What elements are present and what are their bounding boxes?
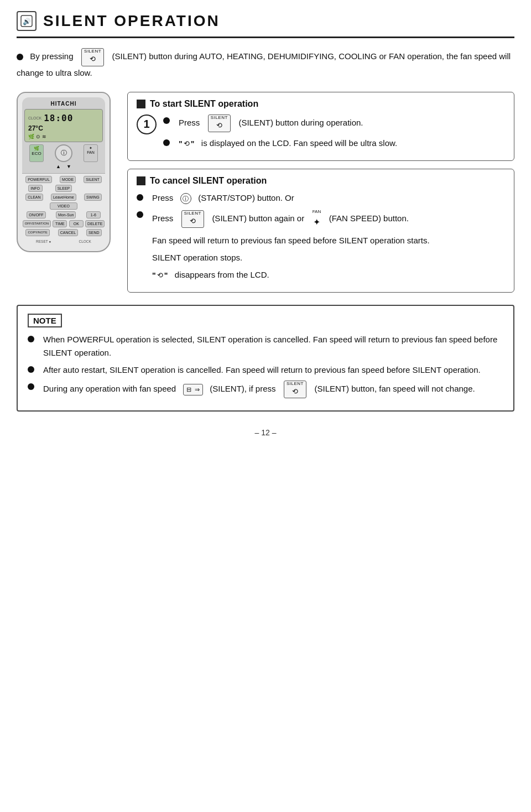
cancel-section-box: To cancel SILENT operation Press ⓘ (STAR… bbox=[127, 169, 514, 293]
powerful-button[interactable]: POWERFUL bbox=[25, 176, 52, 183]
start-item-2-text: " ⟲ " is displayed on the LCD. Fan speed… bbox=[179, 137, 397, 149]
start-item-1-after: (SILENT) button during operation. bbox=[238, 118, 363, 127]
lcd-clock-row: CLOCK 18:00 bbox=[28, 113, 99, 123]
reset-label: RESET ● bbox=[36, 240, 51, 243]
step-1-content: Press SILENT ⟲ (SILENT) button during op… bbox=[163, 114, 505, 154]
cancel-button[interactable]: CANCEL bbox=[58, 229, 78, 236]
note-bullet-2 bbox=[28, 366, 34, 373]
note-item-1-text: When POWERFUL operation is selected, SIL… bbox=[43, 333, 503, 359]
start-bullet-2 bbox=[163, 139, 170, 146]
remote-control: HITACHI CLOCK 18:00 27°C 🌿 ⊙ ≋ bbox=[17, 92, 111, 252]
quoted-icon-cancel: " ⟲ " bbox=[152, 270, 168, 281]
silent-button[interactable]: SILENT bbox=[84, 176, 102, 183]
cancel-section-square bbox=[137, 176, 145, 185]
send-button[interactable]: SEND bbox=[86, 229, 101, 236]
fan-silent-icon-note: ⊟ ⇒ bbox=[183, 384, 203, 395]
silent-btn-1: SILENT ⟲ bbox=[208, 114, 231, 132]
start-section-box: To start SILENT operation 1 Press SILENT… bbox=[127, 92, 514, 161]
fan-button[interactable]: ✦FAN bbox=[84, 144, 98, 162]
remote-row-3: CLEAN LeaveHome SWING bbox=[22, 194, 105, 201]
intro-text-before: By pressing bbox=[30, 51, 73, 61]
remote-row-5: ON/OFF Mon-Sun 1-6 bbox=[22, 211, 105, 218]
lcd-icon-wave: ≋ bbox=[42, 134, 46, 139]
intro-silent-label: SILENT bbox=[84, 49, 101, 54]
start-item-1: Press SILENT ⟲ (SILENT) button during op… bbox=[163, 114, 505, 132]
temp-down-arrow[interactable]: ▼ bbox=[66, 164, 71, 169]
lcd-temp-row: 27°C bbox=[28, 124, 99, 132]
temp-arrows: ▲ ▼ bbox=[24, 164, 103, 169]
cancel-section-header: To cancel SILENT operation bbox=[137, 176, 505, 186]
lcd-temp: 27°C bbox=[28, 124, 43, 132]
start-item-1-text: Press SILENT ⟲ (SILENT) button during op… bbox=[179, 114, 363, 132]
empty-btn-1 bbox=[85, 185, 99, 192]
sleep-button[interactable]: SLEEP bbox=[55, 185, 72, 192]
cancel-item-4-text: SILENT operation stops. bbox=[152, 251, 242, 264]
info-button[interactable]: INFO bbox=[28, 185, 43, 192]
intro-bullet bbox=[17, 54, 23, 60]
lcd-icons-row: 🌿 ⊙ ≋ bbox=[28, 134, 99, 139]
swing-button[interactable]: SWING bbox=[84, 194, 102, 201]
ok-button[interactable]: OK bbox=[69, 220, 84, 227]
clean-button[interactable]: CLEAN bbox=[25, 194, 43, 201]
remote-brand: HITACHI bbox=[24, 101, 103, 107]
silent-icon-1: ⟲ bbox=[216, 120, 222, 131]
silent-btn-cancel: SILENT ⟲ bbox=[181, 210, 204, 228]
note-item-3: During any operation with fan speed ⊟ ⇒ … bbox=[28, 381, 503, 398]
remote-top-panel: HITACHI CLOCK 18:00 27°C 🌿 ⊙ ≋ bbox=[22, 97, 105, 174]
eco-button[interactable]: 🌿ECO bbox=[29, 144, 44, 162]
note-item-2: After auto restart, SILENT operation is … bbox=[28, 363, 503, 376]
cancel-item-5-text: " ⟲ " disappears from the LCD. bbox=[152, 268, 269, 281]
start-section-header: To start SILENT operation bbox=[137, 99, 505, 109]
press-label-1: Press bbox=[179, 118, 200, 127]
cancel-item-4: SILENT operation stops. bbox=[137, 251, 505, 264]
page-header: 🔊 SILENT OPERATION bbox=[17, 11, 514, 38]
remote-control-container: HITACHI CLOCK 18:00 27°C 🌿 ⊙ ≋ bbox=[17, 92, 116, 293]
page-title: SILENT OPERATION bbox=[43, 12, 220, 30]
cancel-section-title: To cancel SILENT operation bbox=[150, 176, 267, 186]
intro-silent-btn: SILENT ⟲ bbox=[81, 48, 104, 66]
fan-speed-btn: FAN ✦ bbox=[313, 209, 321, 229]
start-stop-button[interactable]: ⓘ bbox=[55, 144, 72, 162]
copynote-button[interactable]: COPY/NOTE bbox=[25, 229, 49, 236]
monsun-button[interactable]: Mon-Sun bbox=[56, 211, 76, 218]
temp-up-arrow[interactable]: ▲ bbox=[56, 164, 61, 169]
cancel-item-2-text: Press SILENT ⟲ (SILENT) button again or … bbox=[152, 209, 409, 229]
cancel-item-1-text: Press ⓘ (START/STOP) button. Or bbox=[152, 191, 294, 204]
remote-bottom-labels: RESET ● CLOCK bbox=[22, 240, 105, 243]
svg-text:🔊: 🔊 bbox=[23, 17, 31, 25]
instructions-panel: To start SILENT operation 1 Press SILENT… bbox=[127, 92, 514, 293]
start-section-title: To start SILENT operation bbox=[150, 99, 258, 109]
silent-icon-cancel: ⟲ bbox=[190, 216, 196, 227]
cancel-item-2: Press SILENT ⟲ (SILENT) button again or … bbox=[137, 209, 505, 229]
leavehome-button[interactable]: LeaveHome bbox=[51, 194, 76, 201]
cancel-item-1: Press ⓘ (START/STOP) button. Or bbox=[137, 191, 505, 204]
remote-row-2: INFO SLEEP bbox=[22, 185, 105, 192]
fan-icon: ✦ bbox=[313, 216, 320, 230]
note-item-1: When POWERFUL operation is selected, SIL… bbox=[28, 333, 503, 359]
cancel-bullet-2 bbox=[137, 211, 143, 218]
step-number-1: 1 bbox=[137, 114, 157, 134]
start-bullet-1 bbox=[163, 117, 170, 124]
delete-button[interactable]: DELETE bbox=[85, 220, 105, 227]
clock-label-bottom: CLOCK bbox=[79, 240, 91, 243]
mode-button[interactable]: MODE bbox=[60, 176, 76, 183]
silent-btn-note: SILENT ⟲ bbox=[284, 381, 306, 398]
lcd-icon-leaf: 🌿 bbox=[28, 134, 34, 139]
video-button[interactable]: VIDEO bbox=[50, 202, 77, 210]
onoff-button[interactable]: ON/OFF bbox=[27, 211, 45, 218]
silent-icon-2: ⟲ bbox=[184, 138, 190, 149]
start-on-button[interactable]: OFF/START/ON bbox=[23, 220, 51, 227]
note-bullet-1 bbox=[28, 336, 34, 342]
remote-row-6: OFF/START/ON TIME OK DELETE bbox=[22, 220, 105, 227]
note-item-2-text: After auto restart, SILENT operation is … bbox=[43, 363, 481, 376]
clock-label: CLOCK bbox=[28, 116, 41, 120]
page-number: – 12 – bbox=[17, 428, 514, 437]
zone-button[interactable]: 1-6 bbox=[86, 211, 101, 218]
header-icon: 🔊 bbox=[17, 11, 37, 31]
cancel-item-3: Fan speed will return to previous fan sp… bbox=[137, 234, 505, 247]
cancel-bullet-1 bbox=[137, 194, 143, 201]
note-box: NOTE When POWERFUL operation is selected… bbox=[17, 305, 514, 412]
note-item-3-text: During any operation with fan speed ⊟ ⇒ … bbox=[43, 381, 475, 398]
time-button[interactable]: TIME bbox=[53, 220, 67, 227]
cancel-item-5: " ⟲ " disappears from the LCD. bbox=[137, 268, 505, 281]
